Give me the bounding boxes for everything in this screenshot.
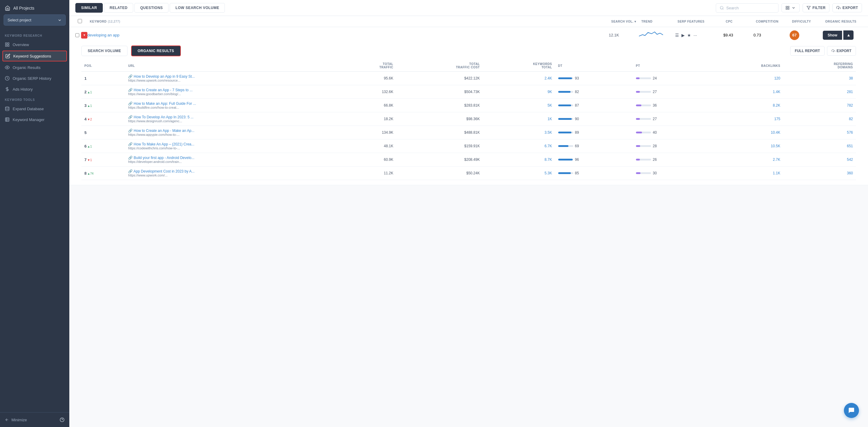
- referring-domains-link[interactable]: 542: [847, 158, 853, 162]
- referring-domains-link[interactable]: 782: [847, 103, 853, 107]
- svg-rect-8: [5, 118, 9, 121]
- backlinks-cell: 10.4K: [711, 126, 783, 139]
- keyword-tools-section-label: KEYWORD TOOLS: [0, 95, 69, 103]
- col-trend: TREND: [639, 17, 675, 26]
- url-title-link[interactable]: 🔗 How to Make an App: Full Guide For ...: [128, 101, 196, 106]
- col-dt: DT: [555, 60, 633, 72]
- svg-point-7: [5, 107, 9, 108]
- show-organic-results-arrow[interactable]: ▲: [843, 30, 854, 40]
- backlinks-link[interactable]: 1.1K: [773, 171, 780, 175]
- grid-icon: [5, 42, 10, 47]
- referring-domains-link[interactable]: 281: [847, 90, 853, 94]
- backlinks-link[interactable]: 120: [774, 76, 780, 80]
- keywords-total-link[interactable]: 9K: [548, 90, 552, 94]
- dt-cell: 85: [555, 167, 633, 180]
- tab-search-volume[interactable]: SEARCH VOLUME: [82, 46, 127, 56]
- url-sub: https://codewithchris.com/how-to-...: [128, 146, 336, 150]
- dt-bar-bg: [558, 172, 573, 174]
- full-report-button[interactable]: FULL REPORT: [790, 46, 825, 56]
- backlinks-link[interactable]: 1.4K: [773, 90, 780, 94]
- backlinks-link[interactable]: 10.5K: [771, 144, 780, 148]
- svg-line-16: [722, 9, 723, 10]
- referring-domains-link[interactable]: 38: [849, 76, 853, 80]
- tab-low-search-volume[interactable]: LOW SEARCH VOLUME: [170, 3, 225, 13]
- url-title-link[interactable]: 🔗 Build your first app - Android Develo.…: [128, 156, 194, 160]
- referring-domains-link[interactable]: 651: [847, 144, 853, 148]
- col-search-vol[interactable]: SEARCH VOL. ▾: [609, 17, 639, 26]
- show-organic-results-button[interactable]: Show: [823, 31, 842, 40]
- help-icon[interactable]: [60, 417, 64, 422]
- backlinks-link[interactable]: 175: [774, 117, 780, 121]
- backlinks-link[interactable]: 10.4K: [771, 130, 780, 135]
- export-button[interactable]: EXPORT: [832, 3, 862, 12]
- keywords-total-link[interactable]: 8.7K: [545, 158, 552, 162]
- url-title-link[interactable]: 🔗 How to Create an App - 7 Steps to ...: [128, 88, 193, 92]
- table-row: 2▲1 🔗 How to Create an App - 7 Steps to …: [82, 85, 856, 99]
- pt-value: 27: [653, 117, 657, 121]
- svg-rect-17: [786, 6, 787, 7]
- url-title-link[interactable]: 🔗 App Development Cost in 2023 by A...: [128, 169, 194, 173]
- backlinks-cell: 10.5K: [711, 139, 783, 153]
- expand-arrow-button[interactable]: ▾: [81, 32, 87, 38]
- export-small-button[interactable]: EXPORT: [827, 46, 856, 56]
- total-traffic-cell: 11.2K: [338, 167, 396, 180]
- keyword-checkbox[interactable]: [75, 33, 79, 37]
- sidebar-item-keyword-suggestions[interactable]: Keyword Suggestions: [2, 51, 67, 61]
- keyword-link[interactable]: developing an app: [87, 33, 119, 37]
- sidebar-item-organic-results[interactable]: Organic Results: [0, 62, 69, 73]
- sidebar-item-overview[interactable]: Overview: [0, 39, 69, 50]
- sidebar-item-label: Ads History: [13, 87, 33, 92]
- dt-cell: 96: [555, 153, 633, 167]
- backlinks-link[interactable]: 2.7K: [773, 158, 780, 162]
- total-traffic-cell: 95.6K: [338, 72, 396, 85]
- backlinks-link[interactable]: 8.2K: [773, 103, 780, 107]
- sidebar-item-keyword-manager[interactable]: Keyword Manager: [0, 114, 69, 125]
- referring-domains-cell: 281: [783, 85, 856, 99]
- keywords-total-link[interactable]: 2.4K: [545, 76, 552, 80]
- pos-cell: 1: [82, 72, 125, 85]
- position-number: 8: [84, 171, 87, 175]
- keywords-total-link[interactable]: 6.7K: [545, 144, 552, 148]
- col-keyword[interactable]: KEYWORD (12,277): [87, 17, 609, 26]
- tab-related[interactable]: RELATED: [104, 3, 133, 13]
- referring-domains-link[interactable]: 82: [849, 117, 853, 121]
- referring-domains-link[interactable]: 576: [847, 130, 853, 135]
- keywords-total-link[interactable]: 5K: [548, 103, 552, 107]
- filter-button[interactable]: FILTER: [803, 3, 830, 12]
- keywords-total-link[interactable]: 3.5K: [545, 130, 552, 135]
- sidebar-item-ads-history[interactable]: Ads History: [0, 84, 69, 95]
- referring-domains-cell: 782: [783, 99, 856, 112]
- dt-value: 69: [575, 144, 579, 148]
- select-all-checkbox[interactable]: [78, 19, 82, 23]
- table-row: 8▲74 🔗 App Development Cost in 2023 by A…: [82, 167, 856, 180]
- tab-organic-results[interactable]: ORGANIC RESULTS: [131, 45, 181, 56]
- total-traffic-cost-cell: $98.36K: [396, 112, 483, 126]
- dt-value: 89: [575, 130, 579, 135]
- sidebar-item-expand-database[interactable]: Expand Database: [0, 103, 69, 114]
- search-vol-cell: 12.1K: [609, 33, 639, 37]
- pt-bar-fill: [636, 132, 642, 133]
- pt-bar-fill: [636, 118, 640, 120]
- sidebar-item-organic-serp-history[interactable]: Organic SERP History: [0, 73, 69, 84]
- all-projects-link[interactable]: All Projects: [0, 0, 69, 14]
- view-toggle-button[interactable]: [781, 3, 800, 12]
- dt-cell: 69: [555, 139, 633, 153]
- url-title-link[interactable]: 🔗 How To Develop An App In 2023: 5 ...: [128, 115, 193, 119]
- keywords-total-link[interactable]: 5.3K: [545, 171, 552, 175]
- search-input[interactable]: [726, 6, 775, 10]
- keywords-total-cell: 2.4K: [483, 72, 555, 85]
- keywords-total-link[interactable]: 1K: [548, 117, 552, 121]
- url-title-link[interactable]: 🔗 How to Create an App - Make an Ap...: [128, 129, 194, 133]
- url-title-link[interactable]: 🔗 How to Develop an App in 9 Easy St...: [128, 74, 195, 78]
- tab-similar[interactable]: SIMILAR: [75, 3, 103, 13]
- referring-domains-link[interactable]: 360: [847, 171, 853, 175]
- search-box[interactable]: [716, 3, 778, 13]
- chat-button[interactable]: [844, 403, 859, 418]
- minimize-button[interactable]: Minimize: [5, 418, 27, 422]
- keywords-total-cell: 1K: [483, 112, 555, 126]
- url-title-link[interactable]: 🔗 How To Make An App – (2021) Crea...: [128, 142, 194, 146]
- keywords-total-cell: 5K: [483, 99, 555, 112]
- tab-questions[interactable]: QUESTIONS: [134, 3, 168, 13]
- url-sub: https://www.goodbarber.com/blog/...: [128, 92, 336, 96]
- project-select-dropdown[interactable]: Select project: [4, 14, 66, 26]
